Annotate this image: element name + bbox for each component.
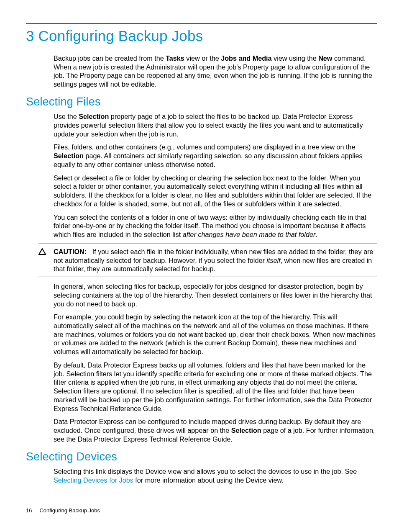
svg-marker-0 [39,249,46,254]
italic: itself [266,257,280,264]
paragraph: Use the Selection property page of a job… [54,112,377,138]
selecting-devices-block: Selecting this link displays the Device … [54,467,377,484]
bold: Selection [54,152,84,159]
chapter-title-text: Configuring Backup Jobs [38,28,203,44]
section-heading-selecting-devices: Selecting Devices [26,450,377,464]
text: view or the [184,54,221,62]
italic: after changes have been made to that fol… [183,231,316,238]
intro-paragraph: Backup jobs can be created from the Task… [54,54,377,89]
page-number: 16 [26,507,32,514]
text: Use the [54,113,79,120]
caution-label: CAUTION: [54,248,87,255]
bold: New [318,54,332,62]
text: view using the [272,54,319,62]
paragraph: Data Protector Express can be configured… [54,417,377,443]
text: for more information about using the Dev… [133,476,284,484]
bold: Selection [231,427,261,434]
bold: Jobs and Media [221,54,271,62]
bold: Selection [79,113,109,120]
page-footer: 16Configuring Backup Jobs [26,507,100,514]
section-heading-selecting-files: Selecting Files [26,95,377,109]
top-rule [26,23,377,24]
chapter-title: 3 Configuring Backup Jobs [26,27,377,46]
intro-block: Backup jobs can be created from the Task… [54,54,377,89]
paragraph: Select or deselect a file or folder by c… [54,174,377,208]
caution-text: CAUTION: If you select each file in the … [54,247,377,273]
chapter-number: 3 [26,28,34,44]
selecting-files-block-2: In general, when selecting files for bac… [54,282,377,443]
text: . [315,231,317,238]
bold: Tasks [166,54,184,62]
paragraph: You can select the contents of a folder … [54,213,377,239]
caution-icon [38,247,54,255]
xref-link-selecting-devices[interactable]: Selecting Devices for Jobs [54,476,133,484]
paragraph: For example, you could begin by selectin… [54,313,377,356]
text: Selecting this link displays the Device … [54,468,357,475]
text: page. All containers act similarly regar… [54,152,363,168]
paragraph: In general, when selecting files for bac… [54,282,377,308]
caution-block: CAUTION: If you select each file in the … [38,244,377,277]
page: 3 Configuring Backup Jobs Backup jobs ca… [0,0,399,532]
text: Files, folders, and other containers (e.… [54,143,356,151]
text: Backup jobs can be created from the [54,54,166,62]
paragraph: Files, folders, and other containers (e.… [54,143,377,169]
footer-title: Configuring Backup Jobs [39,507,100,514]
selecting-files-block: Use the Selection property page of a job… [54,112,377,239]
paragraph: By default, Data Protector Express backs… [54,361,377,413]
paragraph: Selecting this link displays the Device … [54,467,377,484]
